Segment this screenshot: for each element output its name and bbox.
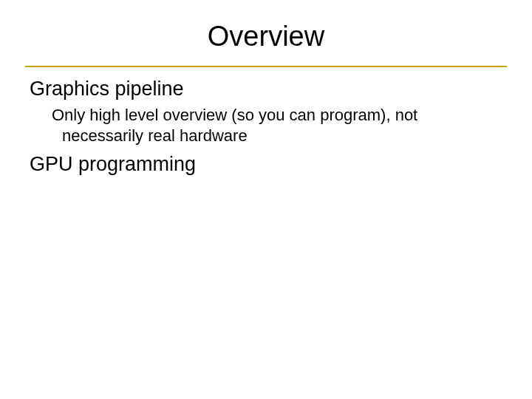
- subbullet-pipeline-detail: Only high level overview (so you can pro…: [52, 105, 502, 146]
- slide-body: Graphics pipeline Only high level overvi…: [30, 78, 502, 176]
- slide-title: Overview: [0, 21, 532, 52]
- bullet-gpu-programming: GPU programming: [30, 153, 502, 176]
- title-underline: [25, 66, 507, 67]
- bullet-graphics-pipeline: Graphics pipeline: [30, 78, 502, 100]
- slide: Overview Graphics pipeline Only high lev…: [0, 0, 532, 399]
